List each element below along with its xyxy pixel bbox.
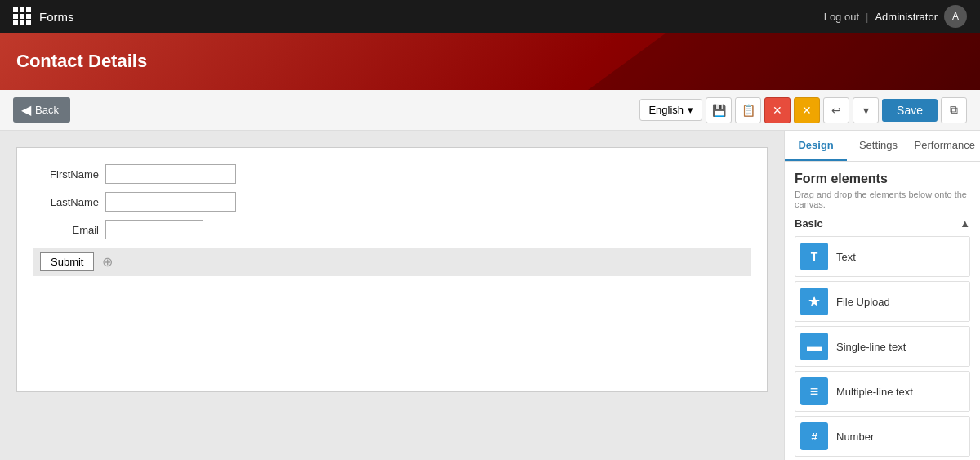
element-single-line[interactable]: ▬ Single-line text (795, 326, 970, 367)
app-title: Forms (39, 10, 74, 24)
grid-icon[interactable] (13, 7, 31, 25)
form-elements-title: Form elements (795, 172, 970, 186)
top-navigation: Forms Log out | Administrator A (0, 0, 980, 33)
right-panel: Design Settings Performance Form element… (784, 131, 980, 460)
element-multi-line[interactable]: ≡ Multiple-line text (795, 371, 970, 412)
save-disk-button[interactable]: 💾 (706, 97, 732, 123)
logout-link[interactable]: Log out (824, 11, 859, 23)
text-icon: T (800, 243, 828, 270)
element-file-upload[interactable]: ★ File Upload (795, 281, 970, 322)
admin-name: Administrator (875, 11, 938, 23)
element-text-label: Text (836, 251, 856, 263)
back-arrow-icon: ◀ (21, 102, 31, 118)
lastname-row: LastName (33, 192, 751, 212)
avatar: A (944, 5, 967, 28)
collapse-icon[interactable]: ▲ (960, 217, 970, 230)
panel-tabs: Design Settings Performance (785, 131, 980, 162)
file-upload-icon: ★ (800, 288, 828, 315)
element-text[interactable]: T Text (795, 236, 970, 277)
form-canvas: FirstName LastName Email Submit ⊕ (16, 147, 768, 392)
undo-button[interactable]: ↩ (823, 97, 849, 123)
save-button[interactable]: Save (882, 99, 938, 122)
tab-settings[interactable]: Settings (847, 131, 909, 161)
language-value: English (648, 104, 684, 116)
submit-row: Submit ⊕ (33, 248, 751, 276)
back-label: Back (35, 104, 59, 116)
back-button[interactable]: ◀ Back (13, 97, 70, 123)
tab-performance[interactable]: Performance (910, 131, 980, 161)
nav-right: Log out | Administrator A (824, 5, 967, 28)
firstname-label: FirstName (33, 168, 99, 181)
panel-content: Form elements Drag and drop the elements… (785, 162, 980, 460)
email-row: Email (33, 220, 751, 239)
more-button[interactable]: ▾ (853, 97, 879, 123)
email-label: Email (33, 224, 99, 236)
email-input[interactable] (105, 220, 203, 239)
save-alt-button[interactable]: 📋 (735, 97, 761, 123)
language-selector[interactable]: English ▾ (639, 99, 702, 121)
element-number[interactable]: # Number (795, 416, 970, 457)
lastname-input[interactable] (105, 192, 236, 212)
element-single-line-label: Single-line text (836, 341, 906, 353)
firstname-row: FirstName (33, 164, 751, 184)
move-icon: ⊕ (102, 254, 113, 270)
clipboard-button[interactable]: ⧉ (941, 97, 967, 123)
form-elements-subtitle: Drag and drop the elements below onto th… (795, 190, 970, 209)
toolbar: ◀ Back English ▾ 💾 📋 ✕ ✕ ↩ ▾ Save ⧉ (0, 90, 980, 131)
delete-button[interactable]: ✕ (764, 97, 791, 123)
toolbar-actions: English ▾ 💾 📋 ✕ ✕ ↩ ▾ Save ⧉ (639, 97, 967, 123)
basic-group-header: Basic ▲ (795, 217, 970, 230)
lastname-label: LastName (33, 196, 99, 208)
submit-preview-button[interactable]: Submit (40, 252, 94, 271)
cancel-button[interactable]: ✕ (794, 97, 820, 123)
element-number-label: Number (836, 431, 874, 443)
nav-separator: | (866, 11, 868, 23)
element-file-upload-label: File Upload (836, 296, 890, 308)
basic-group-label: Basic (795, 217, 823, 230)
main-content: FirstName LastName Email Submit ⊕ Design… (0, 131, 980, 460)
tab-design[interactable]: Design (785, 131, 847, 161)
single-line-icon: ▬ (800, 333, 828, 360)
canvas-area: FirstName LastName Email Submit ⊕ (0, 131, 784, 460)
number-icon: # (800, 422, 828, 450)
header-banner: Contact Details (0, 33, 980, 90)
firstname-input[interactable] (105, 164, 236, 184)
page-title: Contact Details (16, 51, 147, 72)
multi-line-icon: ≡ (800, 377, 828, 405)
nav-left: Forms (13, 7, 74, 25)
dropdown-arrow-icon: ▾ (688, 104, 693, 116)
element-multi-line-label: Multiple-line text (836, 386, 913, 398)
